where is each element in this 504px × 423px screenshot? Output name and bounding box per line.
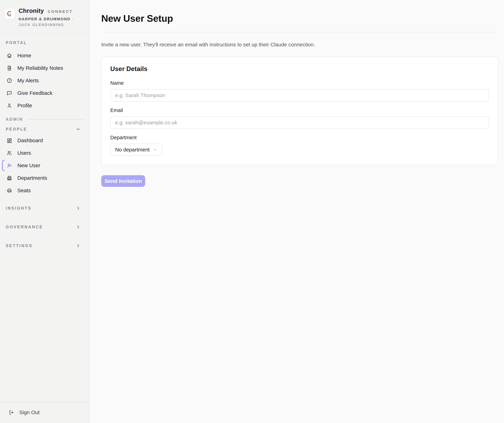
sidebar-item-users[interactable]: Users [0,147,90,159]
brand-text: Chronity CONNECT HARPER & DRUMMOND · JAC… [18,7,84,28]
active-item-bracket [2,160,5,171]
speech-bubble-icon [6,90,12,96]
user-name: JACK GLENDINNING [18,23,64,27]
send-invitation-button[interactable]: Send Invitation [101,175,145,187]
separator: · [72,17,74,21]
document-icon [6,65,12,71]
people-section-label: PEOPLE [0,127,36,132]
sidebar-nav: PORTAL Home My Reliability Notes [0,34,90,402]
users-icon [6,150,12,156]
department-select[interactable]: No department [110,144,162,156]
people-group-header[interactable]: PEOPLE [0,124,90,134]
admin-divider: ADMIN [0,117,90,122]
settings-section-label: SETTINGS [0,244,42,248]
admin-section-label: ADMIN [0,117,23,122]
building-icon [6,175,12,181]
brand-header: Chronity CONNECT HARPER & DRUMMOND · JAC… [0,0,90,34]
sidebar-item-dashboard[interactable]: Dashboard [0,134,90,147]
sidebar-item-give-feedback[interactable]: Give Feedback [0,87,90,99]
org-name: HARPER & DRUMMOND [18,17,70,21]
sidebar-item-label: My Alerts [17,78,39,83]
app-name: Chronity [18,7,44,14]
sidebar-item-label: Profile [17,103,32,108]
org-user-line: HARPER & DRUMMOND · JACK GLENDINNING [18,16,84,28]
sidebar-item-label: Departments [17,175,47,181]
sidebar-item-seats[interactable]: Seats [0,184,90,197]
card-title: User Details [110,65,489,73]
armchair-icon [6,188,12,193]
department-selected-value: No department [115,147,150,153]
sidebar: Chronity CONNECT HARPER & DRUMMOND · JAC… [0,0,90,423]
email-label: Email [110,107,489,113]
sidebar-item-label: My Reliability Notes [17,65,63,71]
insights-section-label: INSIGHTS [0,206,41,211]
sidebar-item-my-reliability-notes[interactable]: My Reliability Notes [0,62,90,74]
name-input[interactable] [110,89,489,101]
person-icon [6,103,12,108]
chevron-down-icon [153,147,157,152]
chronity-logo-icon [5,9,15,19]
app-badge: CONNECT [48,9,72,14]
governance-section-label: GOVERNANCE [0,225,52,229]
sidebar-item-label: Seats [17,188,31,193]
portal-section-label: PORTAL [0,39,90,47]
page-description: Invite a new user. They'll receive an em… [101,42,498,48]
department-field-group: Department No department [110,135,489,156]
home-icon [6,53,12,59]
sidebar-item-label: Users [17,150,31,156]
email-field-group: Email [110,107,489,129]
title-divider [101,32,498,32]
sidebar-item-label: Give Feedback [17,90,53,96]
name-label: Name [110,80,489,86]
chevron-right-icon [76,206,81,211]
governance-group-header[interactable]: GOVERNANCE [0,220,90,234]
sign-out-button[interactable]: Sign Out [0,410,90,415]
sidebar-item-label: Dashboard [17,137,43,143]
chevron-down-icon [76,127,81,132]
chevron-right-icon [76,243,81,248]
department-label: Department [110,135,489,140]
sidebar-item-departments[interactable]: Departments [0,172,90,184]
user-details-card: User Details Name Email Department No de… [101,57,498,165]
insights-group-header[interactable]: INSIGHTS [0,201,90,215]
sidebar-item-new-user[interactable]: New User [0,159,90,172]
user-plus-icon [6,162,12,168]
sidebar-item-profile[interactable]: Profile [0,99,90,112]
dashboard-grid-icon [6,137,12,143]
sign-out-label: Sign Out [19,410,40,415]
sidebar-item-home[interactable]: Home [0,49,90,62]
settings-group-header[interactable]: SETTINGS [0,238,90,253]
main-content: New User Setup Invite a new user. They'l… [90,0,504,423]
sidebar-item-label: Home [17,53,31,59]
page-title: New User Setup [101,13,498,24]
email-input[interactable] [110,116,489,129]
chevron-right-icon [76,224,81,230]
sidebar-item-my-alerts[interactable]: My Alerts [0,74,90,87]
sidebar-item-label: New User [17,162,40,168]
sign-out-icon [9,410,15,415]
alert-circle-icon [6,78,12,83]
signout-bar: Sign Out [0,402,90,423]
divider-line [28,119,84,120]
name-field-group: Name [110,80,489,101]
